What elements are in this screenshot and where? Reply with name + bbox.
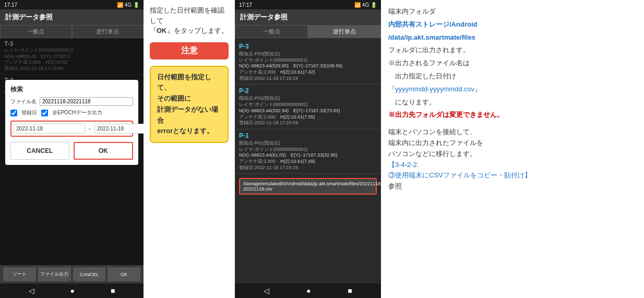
ok-button[interactable]: OK: [108, 267, 140, 281]
filename-label: ファイル名: [10, 98, 37, 105]
left-tabs: 一般点 逆打単点: [0, 25, 144, 38]
right-tab-reverse[interactable]: 逆打単点: [308, 25, 381, 38]
rt-s2-line3: パソコンなどに移行します。: [388, 149, 637, 160]
left-phone: 17:17 📶 4G 🔋 計測データ参照 一般点 逆打単点 T-3 レイヤ:ポイ…: [0, 0, 144, 298]
p3-sub: 既知点-P03(既知点) レイヤ:ポイント(000000000001) N(X)…: [239, 51, 377, 81]
right-nav-recent-icon[interactable]: ■: [348, 287, 352, 295]
right-status-bar: 17:17 📶 4G 🔋: [235, 0, 381, 9]
meas-item-p3[interactable]: P-3 既知点-P03(既知点) レイヤ:ポイント(000000000001) …: [235, 40, 381, 85]
meas-item-p2[interactable]: P-2 既知点-P02(既知点) レイヤ:ポイント(000000000001) …: [235, 85, 381, 129]
left-tab-general[interactable]: 一般点: [0, 25, 72, 38]
p2-title: P-2: [239, 87, 377, 94]
date-from-input[interactable]: [14, 124, 85, 134]
rt-line-8: になります。: [388, 97, 637, 108]
measurement-list: P-3 既知点-P03(既知点) レイヤ:ポイント(000000000001) …: [235, 38, 381, 176]
rt-line-2: 内部共有ストレージ/Android: [388, 19, 637, 30]
file-export-button[interactable]: ファイル出力: [38, 267, 71, 281]
right-phone: 17:17 📶 4G 🔋 計測データ参照 一般点 逆打単点 P-3 既知点-P0…: [235, 0, 381, 298]
rt-line-3-bold: /data/ip.akt.smartmate/files: [388, 33, 475, 41]
filename-row: ファイル名: [10, 97, 133, 106]
date-to-input[interactable]: [94, 124, 144, 134]
cancel-button[interactable]: CANCEL: [73, 267, 106, 281]
rt-section2: 端末とパソコンを接続して、 端末内に出力されたファイルを パソコンなどに移行しま…: [388, 127, 637, 192]
left-icons: 📶 4G 🔋: [117, 2, 139, 8]
right-time: 17:17: [239, 2, 252, 8]
rt-line-1: 端末内フォルダ: [388, 6, 637, 17]
rt-s2-ref: 参照: [388, 181, 637, 192]
checkbox-epoch-label: 全EPOCHデータ出力: [52, 109, 102, 116]
left-time: 17:17: [4, 2, 17, 8]
rt-line-5: ※出力されるファイル名は: [388, 58, 637, 69]
rt-s2-line2: 端末内に出力されたファイルを: [388, 138, 637, 149]
rt-s2-line1: 端末とパソコンを接続して、: [388, 127, 637, 138]
dialog-buttons: CANCEL OK: [10, 142, 133, 160]
rt-line-2-bold: 内部共有ストレージ/Android: [388, 20, 477, 28]
rt-no-change-label: ※出力先フォルダは変更できません。: [388, 111, 504, 118]
rt-line-4: フォルダに出力されます。: [388, 45, 637, 56]
dialog-title: 検索: [10, 85, 133, 94]
date-range-row: －: [10, 121, 133, 137]
rt-line-7-quote: 『yyyymmdd-yyyymmdd.csv』: [388, 84, 637, 95]
date-separator: －: [87, 125, 92, 133]
file-path-text: /storage/emulated/0/Android/data/jp.akt.…: [243, 181, 373, 192]
right-icons: 📶 4G 🔋: [354, 2, 377, 8]
p1-sub: 既知点-P01(既知点) レイヤ:ポイント(000000000001) N(X)…: [239, 140, 377, 171]
left-header-title: 計測データ参照: [0, 9, 144, 25]
left-nav-bar: ◁ ● ■: [0, 283, 144, 298]
warning-badge: 注意: [150, 42, 229, 59]
dialog-ok-button[interactable]: OK: [74, 142, 134, 160]
ok-bold: OK: [157, 27, 167, 34]
meas-item-p1[interactable]: P-1 既知点-P01(既知点) レイヤ:ポイント(000000000001) …: [235, 129, 381, 174]
nav-recent-icon[interactable]: ■: [111, 287, 115, 295]
right-nav-bar: ◁ ● ■: [235, 283, 381, 298]
rt-line-6: 出力指定した日付け: [388, 71, 637, 82]
filename-input[interactable]: [40, 97, 133, 106]
right-phone-content: P-3 既知点-P03(既知点) レイヤ:ポイント(000000000001) …: [235, 38, 381, 283]
rt-s2-link: 【3-4-2-2.: [388, 160, 637, 171]
sort-button[interactable]: ソート: [3, 267, 36, 281]
p1-title: P-1: [239, 132, 377, 139]
checkbox-date-label: 登録日: [21, 109, 37, 116]
rt-link-text: 【3-4-2-2.: [388, 161, 419, 169]
dialog-cancel-button[interactable]: CANCEL: [10, 142, 69, 160]
right-nav-home-icon[interactable]: ●: [306, 287, 311, 295]
left-bottom-bar: ソート ファイル出力 CANCEL OK: [0, 265, 144, 283]
instruction-text: 指定した日付範囲を確認して『OK』をタップします。: [150, 5, 229, 36]
checkbox-epoch[interactable]: [41, 110, 48, 116]
checkbox-row: 登録日 全EPOCHデータ出力: [10, 109, 133, 116]
left-status-bar: 17:17 📶 4G 🔋: [0, 0, 144, 9]
file-path-bar: /storage/emulated/0/Android/data/jp.akt.…: [239, 178, 377, 195]
middle-annotation: 指定した日付範囲を確認して『OK』をタップします。 注意 日付範囲を指定して、そ…: [144, 0, 235, 298]
search-dialog-box: 検索 ファイル名 登録日 全EPOCHデータ出力 － CANCE: [5, 80, 138, 165]
right-tab-general[interactable]: 一般点: [235, 25, 308, 38]
nav-home-icon[interactable]: ●: [70, 287, 75, 295]
rt-line-3: /data/ip.akt.smartmate/files: [388, 32, 637, 43]
rt-link2-text: ③使用端末にCSVファイルをコピー・貼付け】: [388, 171, 531, 179]
left-phone-content: T-3 レイヤ:ポイント(000000000001) N(X):-68823.4…: [0, 38, 144, 265]
search-dialog-overlay: 検索 ファイル名 登録日 全EPOCHデータ出力 － CANCE: [0, 38, 144, 265]
checkbox-date[interactable]: [10, 110, 17, 116]
right-nav-back-icon[interactable]: ◁: [264, 287, 269, 295]
nav-back-icon[interactable]: ◁: [29, 287, 34, 295]
right-header-title: 計測データ参照: [235, 9, 381, 25]
warning-box: 日付範囲を指定して、その範囲に計測データがない場合errorとなります。: [150, 66, 229, 144]
left-tab-reverse[interactable]: 逆打単点: [72, 25, 144, 38]
right-tabs: 一般点 逆打単点: [235, 25, 381, 38]
rt-s2-link2: ③使用端末にCSVファイルをコピー・貼付け】: [388, 170, 637, 181]
p2-sub: 既知点-P02(既知点) レイヤ:ポイント(000000000001) N(X)…: [239, 96, 377, 126]
right-text-panel: 端末内フォルダ 内部共有ストレージ/Android /data/ip.akt.s…: [381, 0, 644, 298]
p3-title: P-3: [239, 43, 377, 50]
rt-line-9-red: ※出力先フォルダは変更できません。: [388, 110, 637, 121]
